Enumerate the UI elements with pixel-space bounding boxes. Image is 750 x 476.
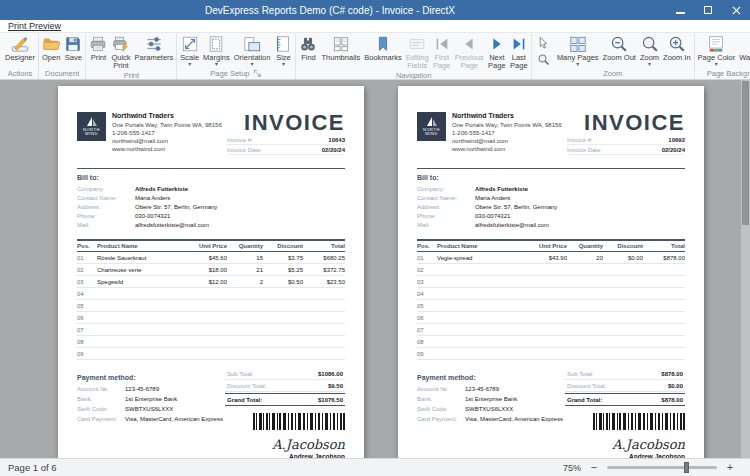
zoom-in-slider-button[interactable]: +: [724, 462, 736, 473]
sail-icon: [86, 117, 98, 127]
sub-total-value: $878.00: [661, 371, 683, 377]
dropdown-arrow-icon: ▾: [215, 62, 218, 67]
payment-card: Visa, MasterCard, American Express: [465, 415, 563, 424]
zoom-icon: [641, 35, 659, 53]
window-controls: [666, 0, 750, 20]
previous-page-button[interactable]: Previous Page: [453, 34, 486, 71]
table-row: 05: [77, 300, 345, 312]
northwind-logo: NORTH WIND: [417, 112, 446, 141]
page-indicator: Page 1 of 6: [8, 462, 57, 473]
pointer-tool-button[interactable]: [535, 35, 553, 50]
zoom-slider-thumb[interactable]: [684, 462, 689, 473]
find-button[interactable]: Find: [297, 34, 319, 71]
table-row: 01 Rössle Sauerkraut $45.60 15 $3.75 $68…: [77, 252, 345, 264]
signer-name: Andrew Jacobson: [612, 453, 685, 458]
zoom-button[interactable]: Zoom ▾: [638, 34, 661, 68]
payment-swift: SWBTXUS6LXXX: [465, 405, 513, 414]
magnifier-tool-button[interactable]: [535, 52, 553, 67]
invoice-number-label: Invoice #:: [567, 137, 593, 143]
size-icon: [274, 35, 292, 53]
dropdown-arrow-icon: ▾: [576, 62, 579, 67]
group-caption-page-background: Page Background: [707, 69, 750, 78]
vertical-scrollbar[interactable]: [741, 80, 750, 458]
minimize-button[interactable]: [666, 0, 694, 20]
zoom-in-button[interactable]: Zoom In: [661, 34, 693, 68]
zoom-slider[interactable]: [607, 466, 717, 469]
discount-total-value: $9.50: [328, 383, 343, 389]
group-caption-page-setup: Page Setup: [210, 69, 249, 78]
minimize-icon: [676, 12, 685, 14]
zoom-out-slider-button[interactable]: −: [588, 462, 600, 473]
invoice-page-1: NORTH WIND Northwind Traders One Portals…: [58, 86, 364, 458]
print-button[interactable]: Print: [87, 34, 109, 71]
orientation-button[interactable]: Orientation ▾: [232, 34, 273, 68]
margins-button[interactable]: Margins ▾: [201, 34, 232, 68]
vendor-name: Northwind Traders: [112, 112, 222, 120]
ribbon-group-actions: Designer Actions: [2, 34, 39, 79]
thumbnails-icon: [332, 35, 350, 53]
preview-area[interactable]: NORTH WIND Northwind Traders One Portals…: [0, 80, 750, 458]
page-setup-dialog-launcher-icon[interactable]: [253, 69, 262, 78]
close-button[interactable]: [722, 0, 750, 20]
zoom-out-button[interactable]: Zoom Out: [601, 34, 638, 68]
line-items-table: Pos. Product Name Unit Price Quantity Di…: [417, 239, 685, 360]
save-button[interactable]: Save: [62, 34, 84, 68]
maximize-icon: [704, 6, 712, 14]
payment-method-title: Payment method:: [417, 374, 563, 381]
table-row: 09: [77, 348, 345, 360]
designer-button[interactable]: Designer: [3, 34, 37, 68]
dropdown-arrow-icon: ▾: [251, 62, 254, 67]
pointer-icon: [537, 36, 550, 49]
table-row: 08: [417, 336, 685, 348]
scrollbar-thumb[interactable]: [742, 81, 749, 225]
quick-print-button[interactable]: Quick Print: [109, 34, 132, 71]
vendor-website: www.northwind.com: [112, 145, 222, 153]
signer-name: Andrew Jacobson: [272, 453, 345, 458]
scale-button[interactable]: Scale ▾: [178, 34, 201, 68]
bookmarks-button[interactable]: Bookmarks: [362, 34, 404, 71]
invoice-page-2: NORTH WIND Northwind Traders One Portals…: [398, 86, 704, 458]
line-items-table: Pos. Product Name Unit Price Quantity Di…: [77, 239, 345, 360]
watermark-button[interactable]: A Watermark: [737, 34, 750, 68]
last-page-button[interactable]: Last Page: [508, 34, 530, 71]
vendor-website: www.northwind.com: [452, 145, 562, 153]
barcode: [593, 413, 685, 434]
open-icon: [42, 35, 60, 53]
parameters-button[interactable]: Parameters: [133, 34, 176, 71]
open-button[interactable]: Open: [40, 34, 62, 68]
logo-text: NORTH WIND: [83, 128, 100, 137]
table-row: 04: [417, 288, 685, 300]
payment-bank: 1st Enterprise Bank: [465, 395, 517, 404]
titlebar: DevExpress Reports Demo (C# code) - Invo…: [0, 0, 750, 20]
quick-print-icon: [112, 35, 130, 53]
bill-to-mail: alfredsfutterkiste@mail.com: [475, 221, 549, 230]
group-caption-print: Print: [124, 71, 139, 80]
vendor-phone: 1-206-555-1417: [112, 129, 222, 137]
signature-script: A.Jacobson: [612, 437, 685, 452]
zoom-percent: 75%: [563, 463, 581, 473]
vendor-email: northwind@mail.com: [452, 137, 562, 145]
first-page-button[interactable]: First Page: [431, 34, 453, 71]
next-page-button[interactable]: Next Page: [486, 34, 508, 71]
table-row: 07: [417, 324, 685, 336]
bill-to-contact: Maria Anders: [135, 194, 170, 203]
table-row: 03 Spegesild $12.00 2 $0.50 $23.50: [77, 276, 345, 288]
tab-print-preview[interactable]: Print Preview: [8, 21, 61, 31]
payment-method-title: Payment method:: [77, 374, 223, 381]
table-row: 02 Chartreuse verte $18.00 21 $5.25 $372…: [77, 264, 345, 276]
bill-to-company: Alfreds Futterkiste: [475, 185, 528, 194]
maximize-button[interactable]: [694, 0, 722, 20]
table-row: 09: [417, 348, 685, 360]
editing-fields-button[interactable]: Editing Fields: [404, 34, 431, 71]
size-button[interactable]: Size ▾: [272, 34, 294, 68]
find-icon: [299, 35, 317, 53]
discount-total-value: $0.00: [668, 383, 683, 389]
vendor-address: One Portals Way, Twin Points WA, 98156: [452, 121, 562, 129]
many-pages-button[interactable]: Many Pages ▾: [555, 34, 601, 68]
table-header-row: Pos. Product Name Unit Price Quantity Di…: [417, 239, 685, 252]
vendor-email: northwind@mail.com: [112, 137, 222, 145]
thumbnails-button[interactable]: Thumbnails: [319, 34, 362, 71]
page-color-button[interactable]: Page Color ▾: [696, 34, 738, 68]
first-page-icon: [433, 35, 451, 53]
grand-total-value: $1076.50: [318, 397, 343, 403]
